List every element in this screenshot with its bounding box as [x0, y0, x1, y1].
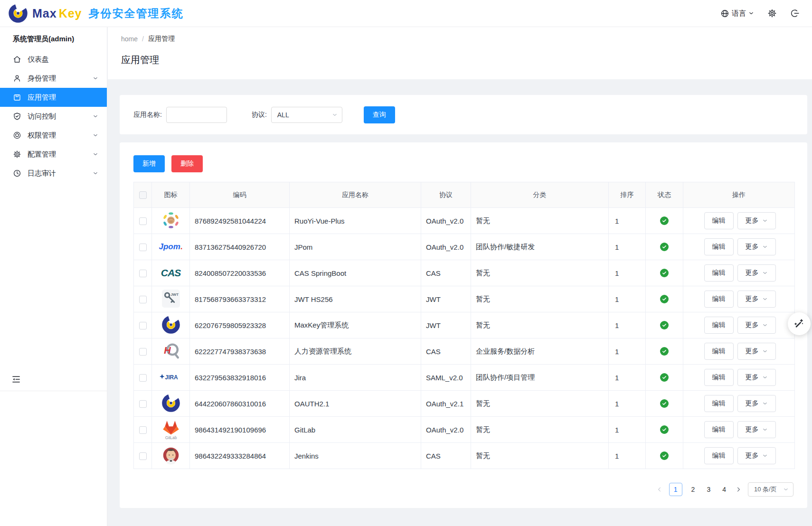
jwt-logo: JWT [161, 288, 181, 309]
row-checkbox[interactable] [139, 400, 147, 408]
more-button[interactable]: 更多 [737, 291, 776, 308]
cell-sort: 1 [609, 391, 646, 417]
access-icon [13, 112, 21, 121]
sidebar-item-permission[interactable]: 权限管理 [0, 126, 107, 145]
cell-category: 暂无 [471, 417, 609, 443]
row-checkbox[interactable] [139, 348, 147, 356]
row-checkbox[interactable] [139, 426, 147, 434]
more-button[interactable]: 更多 [737, 395, 776, 412]
edit-button[interactable]: 编辑 [704, 317, 734, 334]
page-size-select[interactable]: 10 条/页 [748, 482, 793, 497]
page-size-value: 10 条/页 [754, 485, 777, 494]
row-checkbox[interactable] [139, 322, 147, 329]
sidebar-item-label: 仪表盘 [28, 55, 98, 64]
row-checkbox[interactable] [139, 244, 147, 251]
logout-button[interactable] [790, 9, 800, 18]
collapse-sidebar-button[interactable] [11, 375, 21, 385]
row-checkbox[interactable] [139, 217, 147, 225]
search-button[interactable]: 查询 [364, 106, 395, 123]
app-name-input[interactable] [166, 107, 227, 123]
breadcrumb-home[interactable]: home [121, 35, 138, 43]
col-actions: 操作 [683, 182, 795, 208]
more-button[interactable]: 更多 [737, 264, 776, 282]
brand: Max Key 身份安全管理系统 [8, 3, 184, 24]
sidebar-item-audit[interactable]: 日志审计 [0, 164, 107, 183]
magic-wand-button[interactable] [788, 312, 811, 335]
add-button[interactable]: 新增 [133, 155, 165, 172]
cell-name: OAUTH2.1 [290, 391, 421, 417]
sidebar-item-access[interactable]: 访问控制 [0, 107, 107, 126]
settings-button[interactable] [767, 9, 777, 18]
more-button[interactable]: 更多 [737, 369, 776, 386]
more-button[interactable]: 更多 [737, 343, 776, 360]
status-enabled-icon [660, 399, 669, 408]
config-icon [13, 150, 21, 159]
chevron-down-icon [93, 75, 98, 81]
page-head: home / 应用管理 应用管理 [108, 27, 812, 79]
next-page-button[interactable] [735, 486, 742, 493]
magic-wand-icon [793, 318, 805, 329]
cell-protocol: OAuth_v2.1 [421, 391, 471, 417]
row-checkbox[interactable] [139, 296, 147, 303]
edit-button[interactable]: 编辑 [704, 421, 734, 438]
globe-icon [720, 9, 729, 18]
cell-name: Jenkins [290, 443, 421, 469]
sidebar-item-label: 权限管理 [28, 131, 93, 140]
cell-category: 暂无 [471, 286, 609, 312]
page-button-4[interactable]: 4 [719, 483, 729, 496]
sidebar-item-identity[interactable]: 身份管理 [0, 69, 107, 88]
main-content: home / 应用管理 应用管理 应用名称: 协议: ALL 查询 新增 删除 [108, 27, 812, 526]
page-button-1[interactable]: 1 [669, 483, 682, 496]
edit-button[interactable]: 编辑 [704, 212, 734, 229]
hr-logo: H [161, 340, 181, 361]
sidebar-item-apps[interactable]: 应用管理 [0, 88, 107, 107]
edit-button[interactable]: 编辑 [704, 343, 734, 360]
status-enabled-icon [660, 425, 669, 434]
edit-button[interactable]: 编辑 [704, 447, 734, 464]
table-row: 644220607860310016 OAUTH2.1 OAuth_v2.1 暂… [134, 391, 795, 417]
more-button[interactable]: 更多 [737, 447, 776, 464]
page-button-3[interactable]: 3 [704, 483, 713, 496]
chevron-left-icon [656, 486, 663, 493]
maxkey-logo-icon [8, 3, 28, 24]
more-button[interactable]: 更多 [737, 212, 776, 229]
breadcrumb-current: 应用管理 [148, 35, 175, 43]
chevron-down-icon [93, 113, 98, 119]
cell-protocol: CAS [421, 338, 471, 365]
toolbar: 新增 删除 [133, 155, 793, 172]
chevron-down-icon [93, 170, 98, 176]
jpom-logo: Jpom. [159, 236, 182, 257]
language-menu[interactable]: 语言 [720, 9, 754, 18]
sidebar-item-config[interactable]: 配置管理 [0, 145, 107, 164]
chevron-down-icon [762, 401, 768, 406]
edit-button[interactable]: 编辑 [704, 369, 734, 386]
more-button[interactable]: 更多 [737, 238, 776, 255]
cell-name: MaxKey管理系统 [290, 312, 421, 338]
cell-code: 824008507220033536 [190, 260, 290, 286]
edit-button[interactable]: 编辑 [704, 264, 734, 282]
sidebar-item-label: 配置管理 [28, 150, 93, 159]
protocol-select[interactable]: ALL [271, 107, 342, 123]
edit-button[interactable]: 编辑 [704, 395, 734, 412]
prev-page-button[interactable] [656, 486, 663, 493]
sidebar-item-dashboard[interactable]: 仪表盘 [0, 50, 107, 69]
more-button[interactable]: 更多 [737, 317, 776, 334]
language-label: 语言 [732, 9, 746, 18]
cell-category: 暂无 [471, 443, 609, 469]
row-checkbox[interactable] [139, 270, 147, 277]
row-checkbox[interactable] [139, 452, 147, 460]
sidebar-user: 系统管理员(admin) [0, 27, 107, 50]
table-row: 622076759805923328 MaxKey管理系统 JWT 暂无 1 编… [134, 312, 795, 338]
row-checkbox[interactable] [139, 374, 147, 382]
select-all-checkbox[interactable] [139, 191, 147, 199]
applications-table: 图标 编码 应用名称 协议 分类 排序 状态 操作 87689249258104… [133, 182, 795, 469]
delete-button[interactable]: 删除 [171, 155, 203, 172]
page-button-2[interactable]: 2 [689, 483, 698, 496]
chevron-down-icon [762, 270, 768, 276]
edit-button[interactable]: 编辑 [704, 238, 734, 255]
more-button[interactable]: 更多 [737, 421, 776, 438]
svg-text:GitLab: GitLab [165, 435, 177, 440]
sidebar-item-label: 访问控制 [28, 112, 93, 121]
edit-button[interactable]: 编辑 [704, 291, 734, 308]
cell-sort: 1 [609, 443, 646, 469]
